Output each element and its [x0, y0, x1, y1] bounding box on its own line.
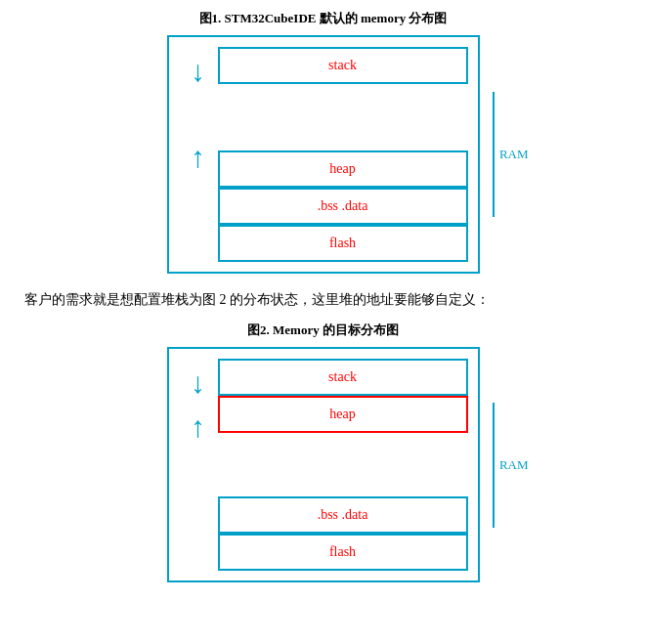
arrow-up-icon: ↑	[191, 141, 205, 174]
figure-1-wrapper: ↓ ↑ stack heap .bss .data flash RAM	[118, 35, 529, 274]
figure-2-inner: ↓ ↑ stack heap .bss .data flash	[179, 359, 468, 571]
ram-label-fig2: RAM	[493, 403, 529, 528]
figure-2-title: 图2. Memory 的目标分布图	[20, 322, 626, 339]
figure-1-title: 图1. STM32CubeIDE 默认的 memory 分布图	[20, 10, 626, 27]
description-text: 客户的需求就是想配置堆栈为图 2 的分布状态，这里堆的地址要能够自定义：	[24, 287, 622, 312]
figure-2-arrows: ↓ ↑	[179, 359, 218, 571]
figure-2-blocks: stack heap .bss .data flash	[218, 359, 468, 571]
ram-text-fig2: RAM	[499, 457, 529, 473]
figure-1-diagram: ↓ ↑ stack heap .bss .data flash RAM	[167, 35, 480, 274]
block-bss-data: .bss .data	[218, 188, 468, 225]
block-stack: stack	[218, 47, 468, 84]
figure-2-diagram: ↓ ↑ stack heap .bss .data flash RAM	[167, 347, 480, 582]
figure-1-blocks: stack heap .bss .data flash	[218, 47, 468, 262]
ram-label-fig1: RAM	[493, 92, 529, 217]
arrow-down-icon: ↓	[191, 55, 205, 88]
block-bss-data-2: .bss .data	[218, 496, 468, 534]
block-spacer	[218, 84, 468, 150]
block-spacer-2	[218, 433, 468, 496]
arrow-up-icon-2: ↑	[191, 410, 205, 444]
block-flash-2: flash	[218, 534, 468, 571]
block-flash: flash	[218, 225, 468, 262]
figure-2-wrapper: ↓ ↑ stack heap .bss .data flash RAM	[118, 347, 529, 582]
ram-bracket-fig2	[493, 403, 495, 528]
ram-bracket-fig1	[493, 92, 495, 217]
block-stack-2: stack	[218, 359, 468, 396]
block-heap: heap	[218, 150, 468, 188]
ram-text-fig1: RAM	[499, 147, 529, 162]
arrow-down-icon-2: ↓	[191, 366, 205, 400]
figure-1-arrows: ↓ ↑	[179, 47, 218, 262]
figure-1-inner: ↓ ↑ stack heap .bss .data flash	[179, 47, 468, 262]
block-heap-2: heap	[218, 396, 468, 433]
